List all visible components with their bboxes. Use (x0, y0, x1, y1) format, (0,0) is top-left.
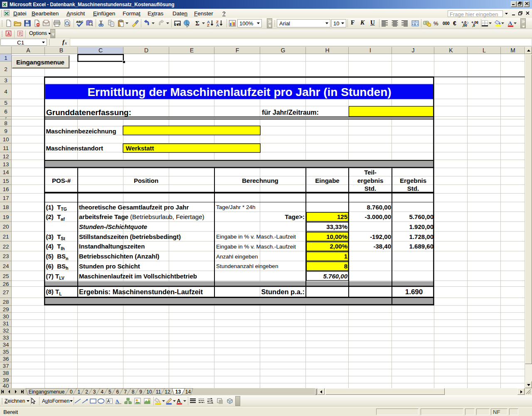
svg-text:21: 21 (2, 234, 9, 240)
svg-text:Maschinenbezeichnung: Maschinenbezeichnung (46, 128, 116, 135)
svg-text:17: 17 (2, 195, 9, 201)
svg-text:Eingabe: Eingabe (315, 177, 339, 184)
svg-text:10: 10 (2, 136, 9, 143)
svg-text:Eingangsmenue: Eingangsmenue (16, 59, 64, 66)
svg-text:24: 24 (2, 263, 9, 269)
svg-text:26: 26 (2, 281, 9, 287)
svg-text:A: A (26, 47, 30, 54)
svg-text:16: 16 (2, 186, 9, 192)
svg-text:4: 4 (101, 389, 103, 395)
svg-text:8: 8 (344, 263, 347, 270)
svg-text:6: 6 (4, 108, 7, 115)
svg-text:theoretische Gesamtlaufzeit pr: theoretische Gesamtlaufzeit pro Jahr (79, 204, 189, 211)
svg-text:arbeitsfreie Tage (Betriebsurl: arbeitsfreie Tage (Betriebsurlaub, Feier… (79, 213, 204, 220)
svg-text:%: % (433, 20, 438, 27)
svg-text:1.689,60: 1.689,60 (409, 243, 433, 250)
svg-text:14: 14 (2, 169, 9, 175)
svg-text:Stunden pro Schicht: Stunden pro Schicht (79, 263, 140, 270)
svg-text:B: B (59, 47, 63, 54)
svg-text:10,00%: 10,00% (326, 233, 347, 240)
svg-text:Werkstatt: Werkstatt (126, 145, 154, 152)
svg-text:34: 34 (2, 342, 9, 348)
svg-text:7: 7 (124, 389, 127, 395)
svg-text:Eingangsmenue: Eingangsmenue (29, 389, 65, 395)
svg-text:9: 9 (139, 389, 142, 395)
svg-text:A: A (177, 398, 181, 404)
svg-text:3: 3 (93, 389, 96, 395)
svg-text:125: 125 (337, 213, 347, 220)
svg-text:29: 29 (2, 306, 9, 313)
svg-text:6: 6 (116, 389, 119, 395)
svg-text:M: M (510, 47, 515, 54)
svg-text:22: 22 (2, 244, 9, 250)
svg-text:39: 39 (2, 377, 9, 383)
svg-text:a: a (414, 22, 416, 26)
svg-text:Stunden p.a.:: Stunden p.a.: (261, 288, 305, 295)
svg-text:9: 9 (4, 128, 7, 134)
svg-text:15: 15 (2, 178, 9, 184)
svg-text:-3.000,00: -3.000,00 (365, 213, 391, 220)
svg-text:A: A (216, 23, 219, 27)
svg-text:1: 1 (4, 55, 7, 61)
svg-text:37: 37 (2, 363, 9, 369)
svg-text:I: I (369, 47, 371, 54)
svg-text:Σ: Σ (195, 20, 200, 27)
svg-text:K: K (449, 47, 453, 54)
svg-text:Eingabe in % v. Masch.-Laufzei: Eingabe in % v. Masch.-Laufzeit (216, 234, 296, 240)
svg-text:2: 2 (85, 389, 88, 395)
svg-text:A: A (508, 20, 512, 26)
svg-text:23: 23 (2, 253, 9, 259)
svg-text:Eingabe in % v. Masch.-Laufzei: Eingabe in % v. Masch.-Laufzeit (216, 244, 296, 250)
svg-text:Z: Z (207, 23, 209, 27)
svg-text:für Jahr/Zeitraum:: für Jahr/Zeitraum: (262, 109, 319, 116)
svg-text:20: 20 (2, 224, 9, 230)
svg-text:Instandhaltungszeiten: Instandhaltungszeiten (79, 243, 145, 250)
svg-text:1.728,00: 1.728,00 (409, 233, 433, 240)
svg-text:Position: Position (134, 177, 158, 184)
svg-text:13: 13 (175, 389, 181, 395)
svg-text:Berechnung: Berechnung (242, 177, 278, 184)
svg-text:27: 27 (2, 289, 9, 295)
svg-text:D: D (144, 47, 148, 54)
svg-text:Ergebnis: Ergebnis (400, 177, 426, 184)
svg-text:3: 3 (4, 77, 7, 84)
svg-text:14: 14 (185, 389, 191, 395)
svg-text:-38,40: -38,40 (373, 243, 391, 250)
svg-text:5: 5 (4, 100, 7, 106)
svg-text:H: H (325, 47, 329, 54)
svg-text:0: 0 (70, 389, 73, 395)
svg-text:Grunddatenerfassung:: Grunddatenerfassung: (46, 108, 131, 117)
svg-text:Tage/Jahr * 24h: Tage/Jahr * 24h (216, 204, 256, 210)
svg-text:POS-#: POS-# (52, 177, 71, 184)
svg-text:8.760,00: 8.760,00 (367, 204, 391, 211)
svg-text:40: 40 (2, 383, 9, 388)
svg-text:8: 8 (132, 389, 135, 395)
svg-text:4: 4 (4, 89, 7, 95)
svg-text:1: 1 (78, 389, 81, 395)
svg-text:28: 28 (2, 299, 9, 305)
svg-text:Std.: Std. (407, 185, 419, 192)
svg-text:000: 000 (443, 21, 450, 26)
svg-text:25: 25 (2, 273, 9, 279)
svg-text:Anzahl eingeben: Anzahl eingeben (216, 254, 258, 260)
svg-text:7: 7 (5, 117, 7, 120)
svg-text:€: € (175, 22, 177, 27)
svg-text:32: 32 (2, 327, 9, 334)
svg-text:(6) BSh: (6) BSh (46, 263, 69, 271)
svg-text:2: 2 (4, 66, 7, 72)
svg-text:33: 33 (2, 335, 9, 341)
svg-text:€: € (453, 20, 456, 27)
svg-text:Betriebsschichten (Anzahl): Betriebsschichten (Anzahl) (79, 253, 159, 260)
svg-text:Maschinenlaufzeit im Vollschic: Maschinenlaufzeit im Vollschichtbetrieb (79, 273, 197, 280)
svg-text:19: 19 (2, 214, 9, 220)
svg-text:Teil-: Teil- (364, 169, 377, 176)
svg-text:12: 12 (2, 153, 9, 160)
svg-text:Maschinenstandort: Maschinenstandort (46, 145, 103, 152)
svg-text:L: L (483, 47, 486, 54)
svg-text:38: 38 (2, 370, 9, 376)
svg-text:30: 30 (2, 313, 9, 320)
svg-text:A: A (7, 32, 10, 36)
svg-text:Ergebnis: Maschinenstunden-Lau: Ergebnis: Maschinenstunden-Laufzeit (79, 288, 203, 295)
svg-text:36: 36 (2, 356, 9, 362)
svg-text:Ermittlung der Maschinenlaufze: Ermittlung der Maschinenlaufzeit pro Jah… (87, 86, 391, 98)
